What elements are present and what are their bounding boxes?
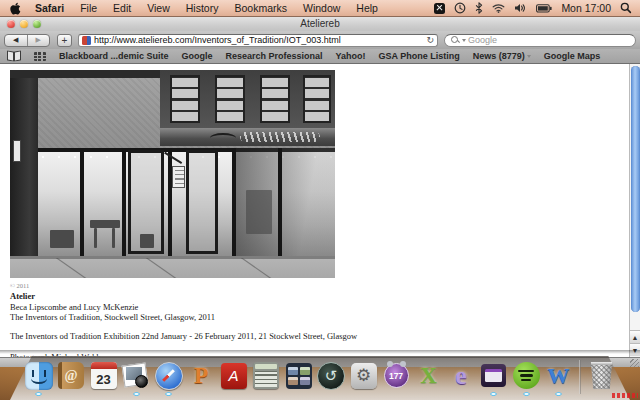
my-day-icon xyxy=(481,364,506,387)
site-favicon-icon xyxy=(82,36,91,45)
finder-icon xyxy=(25,362,53,390)
shop-sign xyxy=(240,132,320,142)
calendar-date: 23 xyxy=(96,370,110,389)
search-options-arrow-icon[interactable] xyxy=(462,39,466,42)
menu-item-help[interactable]: Help xyxy=(348,0,386,16)
bookmark-news[interactable]: News (8779) xyxy=(473,51,531,61)
dock-item-my-day[interactable] xyxy=(479,357,509,394)
bookmark-research-professional[interactable]: Research Professional xyxy=(226,51,323,61)
menu-item-bookmarks[interactable]: Bookmarks xyxy=(226,0,295,16)
dock-item-finder[interactable] xyxy=(24,357,54,394)
word-icon: W xyxy=(548,363,570,389)
title-bar[interactable]: Ateliereb xyxy=(0,17,640,32)
apple-menu[interactable] xyxy=(0,2,27,15)
spaces-icon xyxy=(286,363,312,389)
page-title: Atelier xyxy=(10,291,35,301)
bookmark-google-maps[interactable]: Google Maps xyxy=(544,51,601,61)
scroll-up-arrow[interactable]: ▲ xyxy=(630,330,640,343)
dock-divider xyxy=(579,360,581,394)
dock-item-powerpoint[interactable]: P xyxy=(186,357,216,394)
safari-window: Ateliereb ◀ ▶ + http://www.ateliereb.com… xyxy=(0,17,640,350)
dock-item-alarm-clock[interactable]: 177 xyxy=(381,357,411,394)
top-sites-icon[interactable] xyxy=(34,52,46,61)
volume-icon[interactable] xyxy=(514,3,527,13)
search-icon xyxy=(451,36,460,45)
dock-item-time-machine[interactable]: ↺ xyxy=(316,357,346,394)
bookmark-blackboard[interactable]: Blackboard ...demic Suite xyxy=(59,51,169,61)
menu-item-view[interactable]: View xyxy=(139,0,178,16)
desktop-screen: Safari File Edit View History Bookmarks … xyxy=(0,0,640,400)
dock-item-word[interactable]: W xyxy=(544,357,574,394)
new-tab-button[interactable]: + xyxy=(57,34,72,47)
dock-item-excel[interactable]: X xyxy=(414,357,444,394)
address-book-icon: @ xyxy=(58,362,84,389)
adobe-reader-icon: A xyxy=(221,363,247,389)
photo-copyright: © 2011 xyxy=(10,281,29,291)
alarm-clock-icon: 177 xyxy=(384,363,409,388)
dock-item-ical[interactable]: 23 xyxy=(89,357,119,394)
dock-item-address-book[interactable]: @ xyxy=(56,357,86,394)
browser-toolbar: ◀ ▶ + http://www.ateliereb.com/Inventors… xyxy=(0,31,640,50)
bookmark-news-label: News (8779) xyxy=(473,51,525,61)
dock-item-spotify[interactable] xyxy=(511,357,541,394)
exhibition-info: The Inventors od Tradition Exhibition 22… xyxy=(10,331,357,341)
menu-item-file[interactable]: File xyxy=(72,0,105,16)
spotify-icon xyxy=(513,362,540,389)
menu-item-safari[interactable]: Safari xyxy=(27,0,72,16)
forward-button[interactable]: ▶ xyxy=(28,35,50,46)
battery-icon[interactable] xyxy=(536,4,552,13)
storefront-photo xyxy=(10,70,335,278)
x-status-icon[interactable] xyxy=(434,3,445,14)
nav-buttons: ◀ ▶ xyxy=(4,34,50,47)
address-bar[interactable]: http://www.ateliereb.com/Inventors_of_Tr… xyxy=(78,34,438,47)
dock-item-safari[interactable] xyxy=(154,357,184,394)
vertical-scrollbar[interactable]: ▲ ▼ xyxy=(629,64,640,357)
menu-item-edit[interactable]: Edit xyxy=(105,0,139,16)
corner-watermark xyxy=(612,393,638,398)
alarm-badge: 177 xyxy=(389,371,403,381)
dock-item-trash[interactable] xyxy=(587,357,617,394)
menu-status-area: Mon 17:00 xyxy=(434,2,640,14)
apple-icon xyxy=(10,2,21,15)
bookmarks-bar: Blackboard ...demic Suite Google Researc… xyxy=(0,49,640,64)
window-title: Ateliereb xyxy=(0,18,640,29)
time-machine-status-icon[interactable] xyxy=(454,2,466,14)
url-text[interactable]: http://www.ateliereb.com/Inventors_of_Tr… xyxy=(94,35,423,45)
menu-clock[interactable]: Mon 17:00 xyxy=(561,2,611,14)
adobe-a: A xyxy=(228,367,238,384)
powerpoint-icon: P xyxy=(194,363,208,389)
dock-item-adobe-reader[interactable]: A xyxy=(219,357,249,394)
bluetooth-icon[interactable] xyxy=(475,2,483,14)
calendar-icon: 23 xyxy=(91,362,117,389)
reload-icon[interactable]: ↻ xyxy=(426,36,434,45)
bookmark-gsa-phone-listing[interactable]: GSA Phone Listing xyxy=(379,51,460,61)
bookmark-yahoo[interactable]: Yahoo! xyxy=(336,51,366,61)
menu-item-history[interactable]: History xyxy=(178,0,227,16)
dock-item-spaces[interactable] xyxy=(284,357,314,394)
time-machine-icon: ↺ xyxy=(317,362,345,390)
work-caption: The Inventors of Tradition, Stockwell St… xyxy=(10,312,215,322)
artist-byline: Beca Lipscombe and Lucy McKenzie xyxy=(10,302,138,312)
spotlight-icon[interactable] xyxy=(620,2,632,14)
entourage-icon: e xyxy=(455,361,467,391)
dock-item-photos[interactable] xyxy=(121,357,151,394)
bookmarks-book-icon[interactable] xyxy=(7,52,21,61)
dock: @ 23 P A ↺ ⚙ 177 X e W xyxy=(24,354,616,394)
scrollbar-thumb[interactable] xyxy=(631,66,640,312)
menu-item-window[interactable]: Window xyxy=(295,0,348,16)
photos-icon xyxy=(122,362,150,390)
resize-grip[interactable] xyxy=(630,359,639,367)
page-content: © 2011 Atelier Beca Lipscombe and Lucy M… xyxy=(0,64,629,357)
dock-item-calculator[interactable] xyxy=(251,357,281,394)
safari-compass-icon xyxy=(155,362,183,390)
wifi-icon[interactable] xyxy=(492,3,505,13)
search-field[interactable]: Google xyxy=(444,34,636,47)
back-button[interactable]: ◀ xyxy=(5,35,28,46)
excel-icon: X xyxy=(420,363,437,389)
bookmark-google[interactable]: Google xyxy=(182,51,213,61)
dropdown-arrow-icon xyxy=(527,55,531,58)
trash-icon xyxy=(590,362,613,389)
dock-item-entourage[interactable]: e xyxy=(446,357,476,394)
search-placeholder[interactable]: Google xyxy=(468,35,497,45)
dock-item-system-preferences[interactable]: ⚙ xyxy=(349,357,379,394)
